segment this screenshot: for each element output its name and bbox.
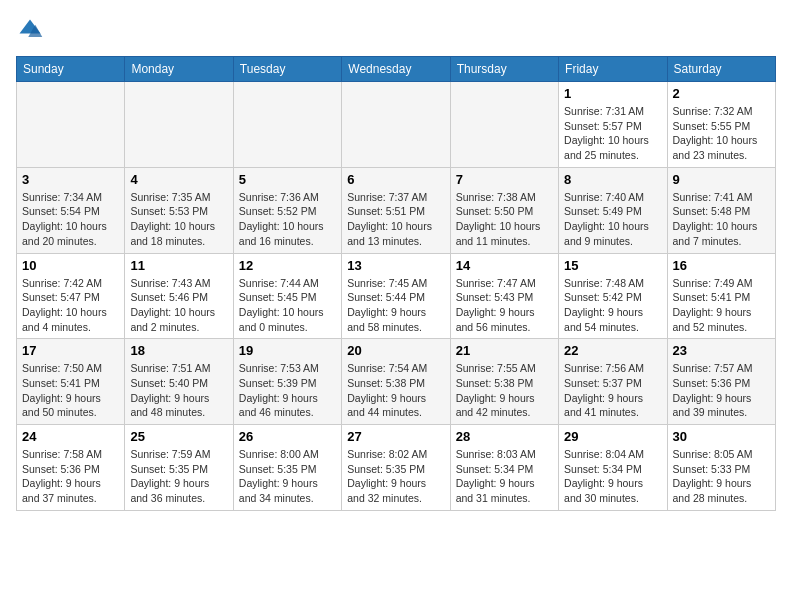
calendar-cell: 21Sunrise: 7:55 AMSunset: 5:38 PMDayligh… xyxy=(450,339,558,425)
day-number: 10 xyxy=(22,258,119,273)
calendar-cell xyxy=(342,82,450,168)
calendar-cell: 25Sunrise: 7:59 AMSunset: 5:35 PMDayligh… xyxy=(125,425,233,511)
day-info: Sunrise: 7:34 AMSunset: 5:54 PMDaylight:… xyxy=(22,190,119,249)
day-info: Sunrise: 7:50 AMSunset: 5:41 PMDaylight:… xyxy=(22,361,119,420)
day-number: 5 xyxy=(239,172,336,187)
calendar-cell: 26Sunrise: 8:00 AMSunset: 5:35 PMDayligh… xyxy=(233,425,341,511)
day-info: Sunrise: 7:55 AMSunset: 5:38 PMDaylight:… xyxy=(456,361,553,420)
day-number: 29 xyxy=(564,429,661,444)
day-number: 30 xyxy=(673,429,770,444)
calendar-cell xyxy=(17,82,125,168)
day-number: 7 xyxy=(456,172,553,187)
weekday-header-sunday: Sunday xyxy=(17,57,125,82)
day-number: 6 xyxy=(347,172,444,187)
day-number: 17 xyxy=(22,343,119,358)
day-info: Sunrise: 7:54 AMSunset: 5:38 PMDaylight:… xyxy=(347,361,444,420)
calendar-cell: 6Sunrise: 7:37 AMSunset: 5:51 PMDaylight… xyxy=(342,167,450,253)
weekday-header-tuesday: Tuesday xyxy=(233,57,341,82)
day-number: 27 xyxy=(347,429,444,444)
calendar-cell: 27Sunrise: 8:02 AMSunset: 5:35 PMDayligh… xyxy=(342,425,450,511)
calendar-cell xyxy=(125,82,233,168)
weekday-header-friday: Friday xyxy=(559,57,667,82)
calendar-cell xyxy=(450,82,558,168)
calendar-cell xyxy=(233,82,341,168)
calendar-cell: 17Sunrise: 7:50 AMSunset: 5:41 PMDayligh… xyxy=(17,339,125,425)
day-info: Sunrise: 7:45 AMSunset: 5:44 PMDaylight:… xyxy=(347,276,444,335)
day-number: 24 xyxy=(22,429,119,444)
calendar-cell: 14Sunrise: 7:47 AMSunset: 5:43 PMDayligh… xyxy=(450,253,558,339)
day-info: Sunrise: 7:53 AMSunset: 5:39 PMDaylight:… xyxy=(239,361,336,420)
day-info: Sunrise: 7:56 AMSunset: 5:37 PMDaylight:… xyxy=(564,361,661,420)
day-info: Sunrise: 7:35 AMSunset: 5:53 PMDaylight:… xyxy=(130,190,227,249)
day-info: Sunrise: 7:58 AMSunset: 5:36 PMDaylight:… xyxy=(22,447,119,506)
calendar-cell: 11Sunrise: 7:43 AMSunset: 5:46 PMDayligh… xyxy=(125,253,233,339)
calendar-cell: 19Sunrise: 7:53 AMSunset: 5:39 PMDayligh… xyxy=(233,339,341,425)
calendar-cell: 16Sunrise: 7:49 AMSunset: 5:41 PMDayligh… xyxy=(667,253,775,339)
day-info: Sunrise: 8:02 AMSunset: 5:35 PMDaylight:… xyxy=(347,447,444,506)
logo xyxy=(16,16,48,44)
calendar-cell: 24Sunrise: 7:58 AMSunset: 5:36 PMDayligh… xyxy=(17,425,125,511)
weekday-header-thursday: Thursday xyxy=(450,57,558,82)
day-info: Sunrise: 7:43 AMSunset: 5:46 PMDaylight:… xyxy=(130,276,227,335)
day-info: Sunrise: 7:32 AMSunset: 5:55 PMDaylight:… xyxy=(673,104,770,163)
day-info: Sunrise: 7:51 AMSunset: 5:40 PMDaylight:… xyxy=(130,361,227,420)
day-info: Sunrise: 7:48 AMSunset: 5:42 PMDaylight:… xyxy=(564,276,661,335)
calendar-cell: 4Sunrise: 7:35 AMSunset: 5:53 PMDaylight… xyxy=(125,167,233,253)
calendar-cell: 10Sunrise: 7:42 AMSunset: 5:47 PMDayligh… xyxy=(17,253,125,339)
calendar-cell: 30Sunrise: 8:05 AMSunset: 5:33 PMDayligh… xyxy=(667,425,775,511)
day-number: 9 xyxy=(673,172,770,187)
day-number: 21 xyxy=(456,343,553,358)
day-info: Sunrise: 7:42 AMSunset: 5:47 PMDaylight:… xyxy=(22,276,119,335)
day-number: 4 xyxy=(130,172,227,187)
calendar-cell: 13Sunrise: 7:45 AMSunset: 5:44 PMDayligh… xyxy=(342,253,450,339)
day-info: Sunrise: 8:00 AMSunset: 5:35 PMDaylight:… xyxy=(239,447,336,506)
calendar-cell: 3Sunrise: 7:34 AMSunset: 5:54 PMDaylight… xyxy=(17,167,125,253)
day-number: 12 xyxy=(239,258,336,273)
day-number: 11 xyxy=(130,258,227,273)
day-info: Sunrise: 7:49 AMSunset: 5:41 PMDaylight:… xyxy=(673,276,770,335)
day-number: 13 xyxy=(347,258,444,273)
day-info: Sunrise: 7:59 AMSunset: 5:35 PMDaylight:… xyxy=(130,447,227,506)
page-header xyxy=(16,16,776,44)
calendar-cell: 15Sunrise: 7:48 AMSunset: 5:42 PMDayligh… xyxy=(559,253,667,339)
day-info: Sunrise: 7:31 AMSunset: 5:57 PMDaylight:… xyxy=(564,104,661,163)
calendar-cell: 7Sunrise: 7:38 AMSunset: 5:50 PMDaylight… xyxy=(450,167,558,253)
weekday-header-wednesday: Wednesday xyxy=(342,57,450,82)
day-info: Sunrise: 7:44 AMSunset: 5:45 PMDaylight:… xyxy=(239,276,336,335)
day-number: 16 xyxy=(673,258,770,273)
day-number: 15 xyxy=(564,258,661,273)
day-info: Sunrise: 7:36 AMSunset: 5:52 PMDaylight:… xyxy=(239,190,336,249)
weekday-header-saturday: Saturday xyxy=(667,57,775,82)
calendar-cell: 8Sunrise: 7:40 AMSunset: 5:49 PMDaylight… xyxy=(559,167,667,253)
day-number: 28 xyxy=(456,429,553,444)
calendar-cell: 29Sunrise: 8:04 AMSunset: 5:34 PMDayligh… xyxy=(559,425,667,511)
calendar-cell: 22Sunrise: 7:56 AMSunset: 5:37 PMDayligh… xyxy=(559,339,667,425)
calendar-cell: 20Sunrise: 7:54 AMSunset: 5:38 PMDayligh… xyxy=(342,339,450,425)
day-number: 22 xyxy=(564,343,661,358)
day-number: 2 xyxy=(673,86,770,101)
day-info: Sunrise: 7:38 AMSunset: 5:50 PMDaylight:… xyxy=(456,190,553,249)
calendar-cell: 28Sunrise: 8:03 AMSunset: 5:34 PMDayligh… xyxy=(450,425,558,511)
day-number: 19 xyxy=(239,343,336,358)
weekday-header-monday: Monday xyxy=(125,57,233,82)
calendar-cell: 5Sunrise: 7:36 AMSunset: 5:52 PMDaylight… xyxy=(233,167,341,253)
day-number: 20 xyxy=(347,343,444,358)
day-number: 8 xyxy=(564,172,661,187)
calendar-cell: 2Sunrise: 7:32 AMSunset: 5:55 PMDaylight… xyxy=(667,82,775,168)
day-info: Sunrise: 7:47 AMSunset: 5:43 PMDaylight:… xyxy=(456,276,553,335)
day-number: 18 xyxy=(130,343,227,358)
day-number: 1 xyxy=(564,86,661,101)
day-info: Sunrise: 7:57 AMSunset: 5:36 PMDaylight:… xyxy=(673,361,770,420)
day-number: 26 xyxy=(239,429,336,444)
day-info: Sunrise: 8:04 AMSunset: 5:34 PMDaylight:… xyxy=(564,447,661,506)
calendar-cell: 12Sunrise: 7:44 AMSunset: 5:45 PMDayligh… xyxy=(233,253,341,339)
day-number: 3 xyxy=(22,172,119,187)
logo-icon xyxy=(16,16,44,44)
calendar-cell: 1Sunrise: 7:31 AMSunset: 5:57 PMDaylight… xyxy=(559,82,667,168)
calendar-cell: 9Sunrise: 7:41 AMSunset: 5:48 PMDaylight… xyxy=(667,167,775,253)
calendar-cell: 23Sunrise: 7:57 AMSunset: 5:36 PMDayligh… xyxy=(667,339,775,425)
day-number: 14 xyxy=(456,258,553,273)
calendar-table: SundayMondayTuesdayWednesdayThursdayFrid… xyxy=(16,56,776,511)
day-info: Sunrise: 8:05 AMSunset: 5:33 PMDaylight:… xyxy=(673,447,770,506)
day-info: Sunrise: 7:37 AMSunset: 5:51 PMDaylight:… xyxy=(347,190,444,249)
